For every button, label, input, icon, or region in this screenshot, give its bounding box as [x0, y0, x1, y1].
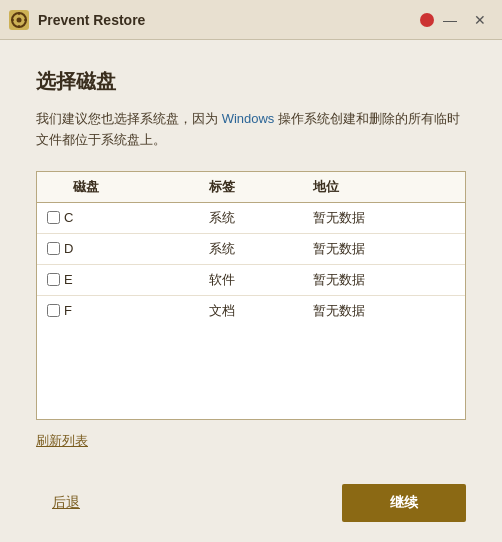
main-content: 选择磁盘 我们建议您也选择系统盘，因为 Windows 操作系统创建和删除的所有…	[0, 40, 502, 470]
close-button[interactable]: ✕	[466, 8, 494, 32]
disk-table-container: 磁盘 标签 地位 C 系统 暂无数据 D	[36, 171, 466, 420]
drive-letter-F: F	[64, 303, 72, 318]
table-row: D 系统 暂无数据	[37, 233, 465, 264]
disk-checkbox-F[interactable]	[47, 304, 60, 317]
description-prefix: 我们建议您也选择系统盘，因为	[36, 111, 222, 126]
back-button[interactable]: 后退	[36, 486, 96, 520]
title-bar: Prevent Restore — ✕	[0, 0, 502, 40]
status-cell-1: 暂无数据	[303, 233, 465, 264]
description: 我们建议您也选择系统盘，因为 Windows 操作系统创建和删除的所有临时文件都…	[36, 109, 466, 151]
continue-button[interactable]: 继续	[342, 484, 466, 522]
disk-cell-3: F	[37, 295, 199, 326]
footer: 后退 继续	[0, 470, 502, 542]
svg-rect-5	[11, 19, 14, 21]
table-row: F 文档 暂无数据	[37, 295, 465, 326]
disk-checkbox-D[interactable]	[47, 242, 60, 255]
status-cell-0: 暂无数据	[303, 202, 465, 233]
label-cell-1: 系统	[199, 233, 303, 264]
disk-cell-0: C	[37, 202, 199, 233]
svg-rect-3	[18, 12, 20, 15]
disk-checkbox-C[interactable]	[47, 211, 60, 224]
app-title: Prevent Restore	[38, 12, 420, 28]
label-cell-0: 系统	[199, 202, 303, 233]
refresh-link[interactable]: 刷新列表	[36, 432, 466, 450]
col-header-disk: 磁盘	[37, 172, 199, 203]
disk-table: 磁盘 标签 地位 C 系统 暂无数据 D	[37, 172, 465, 326]
drive-letter-C: C	[64, 210, 73, 225]
col-header-label: 标签	[199, 172, 303, 203]
label-cell-3: 文档	[199, 295, 303, 326]
table-header-row: 磁盘 标签 地位	[37, 172, 465, 203]
table-row: C 系统 暂无数据	[37, 202, 465, 233]
status-dot	[420, 13, 434, 27]
description-highlight: Windows	[222, 111, 275, 126]
disk-checkbox-E[interactable]	[47, 273, 60, 286]
svg-point-2	[17, 17, 22, 22]
window-controls: — ✕	[420, 8, 494, 32]
disk-cell-1: D	[37, 233, 199, 264]
svg-rect-4	[18, 25, 20, 28]
col-header-status: 地位	[303, 172, 465, 203]
drive-letter-E: E	[64, 272, 73, 287]
status-cell-3: 暂无数据	[303, 295, 465, 326]
section-title: 选择磁盘	[36, 68, 466, 95]
svg-rect-6	[24, 19, 27, 21]
label-cell-2: 软件	[199, 264, 303, 295]
minimize-button[interactable]: —	[436, 8, 464, 32]
status-cell-2: 暂无数据	[303, 264, 465, 295]
drive-letter-D: D	[64, 241, 73, 256]
app-icon	[8, 9, 30, 31]
table-row: E 软件 暂无数据	[37, 264, 465, 295]
disk-cell-2: E	[37, 264, 199, 295]
